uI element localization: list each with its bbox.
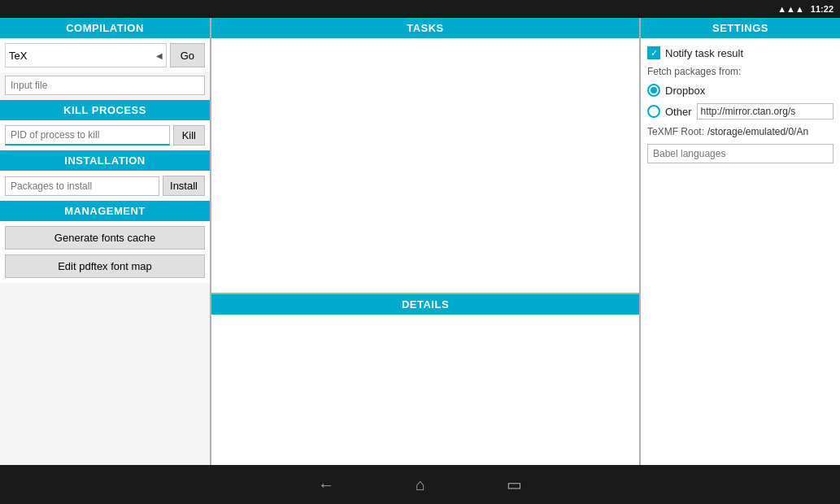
texmf-label: TeXMF Root:: [647, 126, 704, 137]
fetch-label: Fetch packages from:: [647, 66, 833, 77]
other-label: Other: [665, 106, 692, 118]
nav-bar: ← ⌂ ▭: [0, 465, 840, 504]
right-panel: SETTINGS ✓ Notify task result Fetch pack…: [641, 18, 840, 465]
kill-process-header: KILL PROCESS: [0, 100, 210, 120]
recents-button[interactable]: ▭: [507, 475, 522, 494]
radio-selected-indicator: [651, 87, 657, 93]
main-content: COMPILATION TeX ◀ Go KILL PROCESS Kill I…: [0, 18, 840, 465]
management-section: Generate fonts cache Edit pdftex font ma…: [0, 221, 210, 283]
details-content: [211, 315, 639, 465]
kill-process-section: Kill: [0, 120, 210, 150]
dropbox-radio-row: Dropbox: [647, 84, 833, 97]
dropbox-radio[interactable]: [647, 84, 660, 97]
check-icon: ✓: [651, 48, 658, 59]
tex-dropdown-label: TeX: [9, 50, 156, 62]
installation-section: Install: [0, 171, 210, 201]
compilation-header: COMPILATION: [0, 18, 210, 38]
back-button[interactable]: ←: [318, 476, 334, 494]
other-radio-row: Other http://mirror.ctan.org/s: [647, 103, 833, 119]
kill-button[interactable]: Kill: [173, 125, 205, 146]
texmf-value: /storage/emulated/0/An: [707, 126, 808, 137]
notify-checkbox[interactable]: ✓: [647, 46, 660, 59]
install-button[interactable]: Install: [163, 176, 205, 196]
input-file-field[interactable]: [5, 76, 205, 95]
wifi-icon: ▲▲▲: [777, 4, 804, 14]
installation-header: INSTALLATION: [0, 150, 210, 171]
status-time: 11:22: [811, 4, 833, 14]
generate-fonts-cache-button[interactable]: Generate fonts cache: [5, 226, 205, 250]
babel-languages-input[interactable]: [647, 144, 833, 163]
edit-font-map-button[interactable]: Edit pdftex font map: [5, 254, 205, 278]
texmf-row: TeXMF Root: /storage/emulated/0/An: [647, 126, 833, 137]
management-header: MANAGEMENT: [0, 201, 210, 221]
middle-panel: TASKS DETAILS: [211, 18, 639, 465]
details-header: DETAILS: [211, 294, 639, 315]
tasks-header: TASKS: [211, 18, 639, 38]
home-button[interactable]: ⌂: [416, 476, 425, 494]
status-bar: ▲▲▲ 11:22: [0, 0, 840, 18]
tasks-content: [211, 38, 639, 293]
other-radio[interactable]: [647, 105, 660, 118]
compilation-section: TeX ◀ Go: [0, 38, 210, 72]
chevron-down-icon: ◀: [156, 51, 163, 60]
pid-input[interactable]: [5, 125, 170, 146]
packages-input[interactable]: [5, 176, 159, 196]
notify-task-result-row: ✓ Notify task result: [647, 46, 833, 59]
notify-label: Notify task result: [665, 47, 743, 59]
other-url[interactable]: http://mirror.ctan.org/s: [697, 103, 833, 119]
go-button[interactable]: Go: [170, 43, 205, 67]
tasks-panel: TASKS: [211, 18, 639, 293]
details-panel: DETAILS: [211, 294, 639, 465]
tex-dropdown[interactable]: TeX ◀: [5, 43, 167, 67]
settings-header: SETTINGS: [641, 18, 840, 38]
left-panel: COMPILATION TeX ◀ Go KILL PROCESS Kill I…: [0, 18, 210, 465]
dropbox-label: Dropbox: [665, 85, 705, 97]
